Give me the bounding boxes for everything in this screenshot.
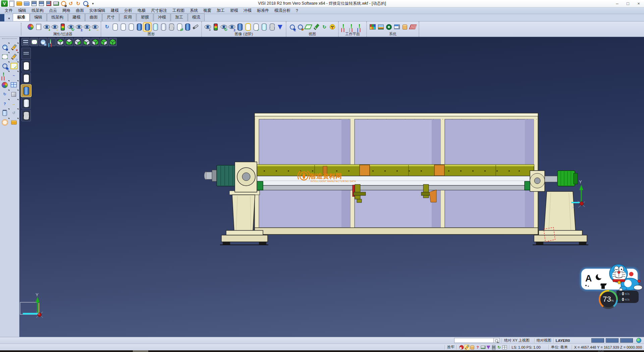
attribute-page-icon[interactable] [35,23,42,31]
render-plus-minus-icon[interactable] [228,23,235,31]
open-file-icon[interactable] [16,0,22,7]
search-icon[interactable] [494,338,500,343]
undo-icon[interactable] [67,0,74,7]
zoom-in-out-icon[interactable] [288,23,296,31]
menu-item[interactable]: 点云 [46,8,60,13]
menu-item[interactable]: 编辑 [15,8,29,13]
zoom-plus-minus-icon[interactable] [1,62,9,70]
refresh-view-icon[interactable] [321,23,328,31]
erase-sketch-icon[interactable] [10,43,18,51]
color-swatch[interactable] [591,338,604,343]
regenerate-icon[interactable] [1,90,9,98]
attribute-brush-icon[interactable] [27,23,34,31]
image-settings-icon[interactable] [377,23,384,31]
texture-icon[interactable] [268,23,276,31]
hidden-dashed-view-icon[interactable] [127,23,135,31]
query-icon[interactable] [475,345,480,350]
workplane-align-icon[interactable] [349,23,356,31]
quickbar-dropdown-icon[interactable] [90,0,96,7]
menu-item[interactable]: 曲面 [73,8,87,13]
dynamic-zoom-icon[interactable] [1,43,9,51]
regen-view-icon[interactable] [103,23,111,31]
delete-trash-icon[interactable] [1,109,9,117]
menu-item[interactable]: 线架构 [29,8,46,13]
ribbon-tab[interactable]: 加工 [171,13,187,21]
menu-item[interactable]: 尺寸标注 [148,8,170,13]
wcs-triad-icon[interactable] [1,71,9,80]
workplane-axis-icon[interactable] [341,23,348,31]
menu-item[interactable]: 塑模 [227,8,241,13]
circle-sketch-icon[interactable] [10,52,18,61]
show-all-icon[interactable] [83,23,91,31]
import-file-icon[interactable] [23,0,30,7]
viewport-grid-icon[interactable] [502,345,507,350]
menu-item[interactable]: 实体编辑 [87,8,108,13]
active-layer-label[interactable]: LAYER0 [556,339,570,343]
translucent-view-icon[interactable] [152,23,159,31]
render-smiley-icon[interactable] [329,23,336,31]
show-entities-icon[interactable] [43,23,50,31]
menu-item[interactable]: 建模 [108,8,121,13]
ribbon-tab[interactable]: 曲面 [85,13,102,21]
render-settings-icon[interactable] [204,23,211,31]
view-mode-label[interactable]: 绝对 XY 上视图 [504,338,530,343]
menu-item[interactable]: ? [293,8,301,13]
color-swatch[interactable] [620,338,633,343]
layer-list-icon[interactable] [491,345,496,350]
ribbon-tab[interactable]: 编辑 [30,13,47,21]
sketch-line-icon[interactable] [313,23,320,31]
tab-dropdown-icon[interactable]: ▾ [5,15,13,21]
dynamic-shade-icon[interactable] [184,23,191,31]
transparency-icon[interactable] [260,23,268,31]
compare-solids-icon[interactable] [176,23,183,31]
hide-entities-icon[interactable] [51,23,58,31]
ribbon-drag-handle[interactable] [21,23,23,35]
solid-quality-icon[interactable] [236,23,244,31]
grid-window-icon[interactable] [10,81,18,89]
menu-item[interactable]: 视窗 [201,8,214,13]
save-icon[interactable] [31,0,37,7]
shaded-edges-view-icon[interactable] [144,23,151,31]
visi-logo-icon[interactable] [1,0,8,7]
hidden-line-view-icon[interactable] [119,23,127,31]
zoom-extents-icon[interactable] [297,23,304,31]
menu-item[interactable]: 加工 [214,8,227,13]
menu-item[interactable]: 分析 [121,8,135,13]
visibility-plus-minus-icon[interactable] [75,23,83,31]
auto-rotate-icon[interactable] [497,345,502,350]
section-knife-icon[interactable] [192,23,199,31]
menu-item[interactable]: 冲模 [241,8,254,13]
ribbon-tab[interactable]: 塑膜 [137,13,153,21]
system-settings-gear-icon[interactable] [385,23,392,31]
search-input[interactable] [454,338,494,343]
ribbon-tab[interactable]: 建模 [68,13,85,21]
close-button[interactable]: × [633,0,644,7]
window-options-icon[interactable] [393,23,400,31]
zoom-previous-icon[interactable] [60,0,67,7]
color-swatch[interactable] [606,338,619,343]
globe-icon[interactable] [636,338,641,343]
menu-item[interactable]: 工程图 [170,8,187,13]
invert-visibility-icon[interactable] [67,23,74,31]
menu-item[interactable]: 系统 [187,8,201,13]
grid-settings-icon[interactable] [409,23,417,31]
minimize-button[interactable]: – [612,0,623,7]
menu-item[interactable]: 网格 [60,8,73,13]
ribbon-tab[interactable]: 模流 [188,13,205,21]
view-plane-icon[interactable] [305,23,312,31]
workplane-gem-icon[interactable] [486,345,491,350]
shaded-view-icon[interactable] [136,23,143,31]
flat-shaded-view-icon[interactable] [160,23,167,31]
percent-gauge[interactable]: 73 % [599,290,618,309]
open-recent-folder-icon[interactable] [10,118,18,127]
spline-sketch-icon[interactable] [10,71,18,80]
zoom-window-icon[interactable] [1,52,9,61]
ribbon-tab[interactable]: 标准 [13,13,30,21]
hide-all-icon[interactable] [91,23,99,31]
menu-item[interactable]: 标准件 [254,8,272,13]
help-icon[interactable] [1,99,9,108]
ribbon-tab[interactable]: 冲模 [154,13,170,21]
new-file-icon[interactable] [8,0,15,7]
taskbar-button[interactable] [133,350,148,352]
plot-print-icon[interactable] [481,345,486,350]
